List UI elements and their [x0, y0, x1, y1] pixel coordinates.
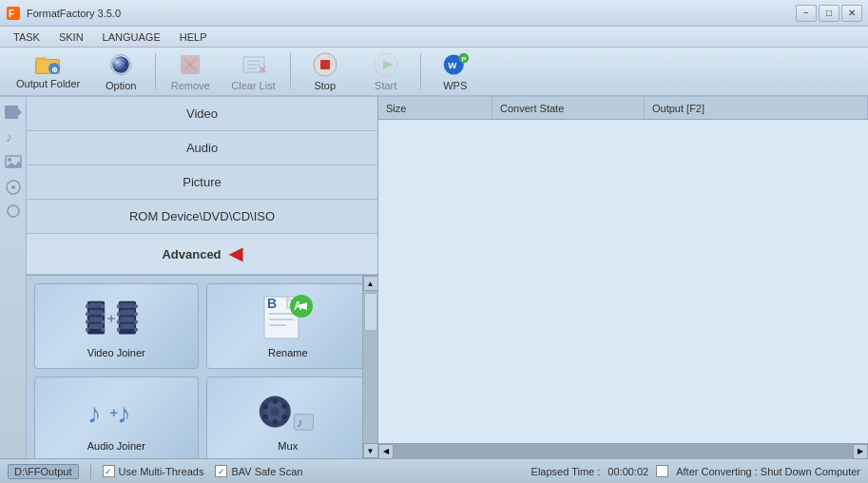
stop-icon	[312, 51, 338, 78]
elapsed-value: 00:00:02	[608, 466, 648, 477]
rename-icon-area: B A	[258, 294, 318, 343]
menu-bar: TASK SKIN LANGUAGE HELP	[0, 27, 868, 48]
video-joiner-label: Video Joiner	[87, 347, 145, 358]
svg-marker-33	[6, 161, 21, 167]
svg-rect-28	[5, 106, 18, 119]
svg-text:♪: ♪	[297, 415, 302, 430]
title-bar: F FormatFactory 3.5.0 − □ ✕	[0, 0, 868, 27]
menu-language[interactable]: LANGUAGE	[95, 29, 168, 45]
nav-advanced[interactable]: Advanced ◀	[27, 234, 377, 275]
toolbar-separator-3	[420, 53, 421, 89]
file-list-header: Size Convert State Output [F2]	[378, 97, 868, 120]
svg-point-86	[262, 404, 267, 409]
svg-rect-43	[89, 310, 104, 315]
multi-threads-section: ✓ Use Multi-Threads	[103, 465, 204, 477]
maximize-button[interactable]: □	[819, 5, 839, 22]
option-button[interactable]: Option	[92, 50, 149, 92]
audio-joiner-card[interactable]: ♪ + ♪ Audio Joiner	[34, 377, 199, 458]
sidebar-advanced-icon[interactable]	[2, 200, 25, 222]
tools-grid-container: +	[27, 276, 377, 458]
output-folder-label: Output Folder	[16, 78, 80, 89]
svg-rect-50	[102, 304, 106, 308]
rename-label: Rename	[268, 347, 308, 358]
svg-rect-60	[117, 304, 121, 308]
svg-rect-57	[121, 310, 135, 315]
svg-rect-53	[102, 328, 106, 332]
nav-picture[interactable]: Picture	[27, 165, 377, 200]
svg-text:F: F	[9, 9, 14, 19]
close-button[interactable]: ✕	[841, 5, 862, 22]
nav-audio[interactable]: Audio	[27, 131, 377, 165]
svg-text:♪: ♪	[117, 398, 131, 429]
scroll-down-arrow[interactable]: ▼	[363, 443, 378, 458]
minimize-button[interactable]: −	[796, 5, 817, 22]
stop-button[interactable]: Stop	[297, 50, 354, 92]
svg-rect-44	[89, 317, 104, 321]
svg-text:B: B	[267, 296, 277, 311]
mux-card[interactable]: ♪ Mux	[206, 377, 371, 458]
title-left: F FormatFactory 3.5.0	[6, 6, 121, 21]
menu-skin[interactable]: SKIN	[51, 29, 91, 45]
sidebar-rom-icon[interactable]	[2, 175, 25, 198]
svg-text:W: W	[448, 60, 457, 70]
svg-rect-52	[102, 320, 106, 324]
svg-rect-62	[117, 320, 121, 324]
sidebar-audio-icon[interactable]: ♪	[2, 126, 25, 148]
window-controls: − □ ✕	[796, 5, 862, 22]
nav-video[interactable]: Video	[27, 97, 377, 131]
main-layout: ♪	[0, 97, 868, 458]
file-list-body	[378, 120, 868, 443]
svg-text:♪: ♪	[87, 398, 102, 429]
multi-threads-checkbox[interactable]: ✓	[103, 465, 115, 477]
video-joiner-card[interactable]: +	[34, 283, 199, 369]
toolbar-separator-1	[155, 53, 156, 89]
folder-icon: ⊕	[35, 53, 62, 76]
svg-point-9	[113, 56, 130, 73]
sidebar-video-icon[interactable]	[2, 101, 25, 124]
shutdown-checkbox[interactable]	[656, 465, 668, 477]
right-panel: Size Convert State Output [F2] ◀ ▶	[378, 97, 868, 458]
scroll-thumb[interactable]	[364, 293, 377, 331]
remove-label: Remove	[171, 80, 210, 91]
elapsed-section: Elapsed Time : 00:00:02 After Converting…	[531, 465, 860, 477]
svg-point-89	[281, 415, 286, 419]
bav-scan-checkbox[interactable]: ✓	[215, 465, 227, 477]
svg-text:P: P	[461, 55, 466, 64]
svg-text:A: A	[294, 299, 302, 313]
sidebar-picture-icon[interactable]	[2, 150, 25, 173]
svg-point-84	[272, 398, 277, 403]
menu-task[interactable]: TASK	[6, 29, 48, 45]
clear-list-button[interactable]: Clear List	[222, 50, 283, 92]
col-size: Size	[378, 97, 492, 119]
option-label: Option	[106, 80, 136, 91]
remove-button[interactable]: Remove	[162, 50, 219, 92]
wps-button[interactable]: W P WPS	[427, 50, 484, 92]
horizontal-scrollbar: ◀ ▶	[378, 443, 868, 458]
svg-point-83	[270, 407, 279, 415]
col-output: Output [F2]	[645, 97, 868, 119]
status-sep-1	[90, 464, 91, 479]
vertical-scrollbar[interactable]: ▲ ▼	[362, 276, 377, 458]
svg-point-87	[281, 404, 286, 409]
toolbar: ⊕ Output Folder Option	[0, 48, 868, 97]
multi-threads-label: Use Multi-Threads	[119, 466, 204, 477]
output-folder-path[interactable]: D:\FFOutput	[8, 464, 79, 479]
svg-point-36	[8, 205, 19, 217]
output-folder-button[interactable]: ⊕ Output Folder	[8, 50, 88, 92]
nav-rom[interactable]: ROM Device\DVD\CD\ISO	[27, 200, 377, 234]
clear-list-icon	[241, 51, 267, 78]
start-button[interactable]: Start	[357, 50, 415, 92]
scroll-left-arrow[interactable]: ◀	[378, 444, 394, 459]
svg-text:♪: ♪	[6, 129, 12, 145]
scroll-right-arrow[interactable]: ▶	[853, 444, 868, 459]
menu-help[interactable]: HELP	[172, 29, 215, 45]
svg-rect-64	[134, 304, 138, 308]
rename-card[interactable]: B A Rename	[206, 283, 371, 369]
left-panel: Video Audio Picture ROM Device\DVD\CD\IS…	[27, 97, 378, 458]
status-bar: D:\FFOutput ✓ Use Multi-Threads ✓ BAV Sa…	[0, 458, 868, 483]
wps-icon: W P	[442, 51, 469, 78]
svg-rect-46	[86, 304, 89, 308]
window-title: FormatFactory 3.5.0	[27, 8, 121, 19]
scroll-up-arrow[interactable]: ▲	[363, 276, 378, 291]
svg-rect-66	[134, 320, 138, 324]
